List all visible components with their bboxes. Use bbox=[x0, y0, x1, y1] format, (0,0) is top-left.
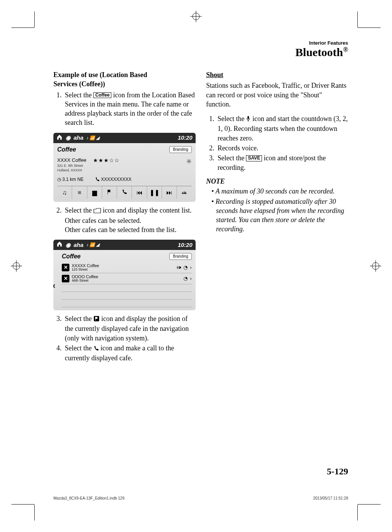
loading-icon: ✳ bbox=[186, 157, 192, 173]
page-number: 5-129 bbox=[327, 466, 348, 477]
right-step-1: Select the icon and start the countdown … bbox=[216, 114, 349, 143]
list-item-empty bbox=[62, 300, 192, 307]
list-item[interactable]: ✕ OOOO Coffee 46th Street ◔ › bbox=[62, 273, 192, 284]
list-item-empty bbox=[62, 284, 192, 292]
coffee-icon: Coffee bbox=[93, 92, 111, 98]
ss2-title: Coffee bbox=[62, 252, 81, 261]
note-item-2: Recording is stopped automatically after… bbox=[212, 197, 349, 234]
aha-list-screenshot: ◉ aha ♪ 📶 ◢ 10:20 ‹ Coffee Branding ✕ bbox=[53, 240, 196, 310]
crop-mark bbox=[358, 504, 381, 505]
crop-mark bbox=[357, 11, 358, 27]
right-steps: Select the icon and start the countdown … bbox=[213, 114, 349, 172]
phone-icon[interactable] bbox=[117, 186, 132, 199]
crop-mark bbox=[11, 504, 34, 505]
cafe-list: ✕ XXXXX Coffee 123 Street 🕪 ◔ › bbox=[62, 262, 192, 307]
footer: Mazda3_8CX9-EA-13F_Edition1.indb 129 201… bbox=[53, 496, 348, 500]
ss1-body: Coffee Branding XXXX Coffee 321 E. 8th S… bbox=[53, 143, 196, 202]
right-step-3: Select the SAVE icon and store/post the … bbox=[216, 153, 349, 172]
aha-logo-icon: ◉ bbox=[66, 241, 71, 249]
footer-file: Mazda3_8CX9-EA-13F_Edition1.indb 129 bbox=[53, 496, 124, 500]
ss1-title: Coffee bbox=[57, 145, 76, 154]
registration-mark bbox=[11, 260, 22, 272]
clock-icon: ◔ bbox=[183, 264, 188, 271]
microphone-icon bbox=[246, 115, 251, 124]
shout-heading: Shout bbox=[206, 70, 349, 79]
crop-mark bbox=[357, 505, 358, 521]
branding-button[interactable]: Branding bbox=[169, 253, 191, 260]
phone-label: XXXXXXXXXX bbox=[95, 176, 131, 182]
status-icons: ♪ 📶 ◢ bbox=[87, 135, 100, 141]
list-icon[interactable]: ≡ bbox=[72, 186, 87, 199]
left-column: Example of use (Location Based Services … bbox=[53, 70, 196, 363]
registration-mark bbox=[190, 11, 202, 22]
speaker-icon: 🕪 bbox=[176, 264, 181, 271]
cafe-info: XXXX Coffee 321 E. 8th Street Holland, X… bbox=[57, 157, 86, 173]
shout-body: Stations such as Facebook, Traffic, or D… bbox=[206, 81, 349, 109]
status-icons: ♪ 📶 ◢ bbox=[87, 242, 100, 248]
note-heading: NOTE bbox=[206, 177, 349, 186]
chevron-right-icon: › bbox=[190, 275, 191, 282]
left-steps-3: Select the icon and display the position… bbox=[60, 314, 196, 363]
left-steps-1: Select the Coffee icon from the Location… bbox=[60, 90, 196, 127]
distance-label: ◷ 3.1 km NE bbox=[57, 176, 84, 182]
ss1-app-label: aha bbox=[74, 134, 84, 142]
pause-icon[interactable]: ❚❚ bbox=[147, 186, 162, 199]
chevron-right-icon: › bbox=[190, 264, 191, 271]
item-x-icon: ✕ bbox=[62, 264, 69, 271]
crop-mark bbox=[358, 27, 381, 28]
ss2-clock: 10:20 bbox=[178, 241, 192, 249]
folder-icon[interactable]: ▆ bbox=[87, 186, 102, 199]
right-column: Shout Stations such as Facebook, Traffic… bbox=[206, 70, 349, 363]
left-step-1: Select the Coffee icon from the Location… bbox=[63, 90, 196, 127]
note-list: A maximum of 30 seconds can be recorded.… bbox=[212, 187, 349, 234]
ss1-toolbar: ♫ ≡ ▆ ⏮ ❚❚ ⏭ bbox=[57, 186, 192, 199]
clock-icon: ◔ bbox=[183, 275, 188, 282]
header-title: Bluetooth® bbox=[53, 46, 348, 59]
compass-icon: ◷ bbox=[57, 177, 61, 182]
page-content: Interior Features Bluetooth® Example of … bbox=[53, 40, 348, 492]
example-heading: Example of use (Location Based Services … bbox=[53, 70, 196, 89]
ss2-statusbar: ◉ aha ♪ 📶 ◢ 10:20 bbox=[53, 240, 196, 250]
list-item-empty bbox=[62, 292, 192, 300]
ss1-clock: 10:20 bbox=[178, 134, 192, 142]
ss2-app-label: aha bbox=[74, 241, 84, 249]
left-step-4: Select the icon and make a call to the c… bbox=[63, 343, 196, 363]
crop-mark bbox=[34, 11, 35, 27]
home-icon bbox=[56, 241, 63, 249]
star-rating-icon: ★★★☆☆ bbox=[93, 157, 120, 173]
left-steps-2: Select the icon and display the content … bbox=[60, 206, 196, 234]
crop-mark bbox=[34, 505, 35, 521]
music-note-icon[interactable]: ♫ bbox=[57, 186, 72, 199]
aha-playback-screenshot: ◉ aha ♪ 📶 ◢ 10:20 Coffee Branding XXXX C… bbox=[53, 133, 196, 202]
equalizer-icon[interactable] bbox=[177, 186, 191, 199]
header-category: Interior Features bbox=[53, 40, 348, 46]
branding-button[interactable]: Branding bbox=[169, 146, 191, 153]
right-step-2: Records voice. bbox=[216, 143, 349, 153]
left-step-3: Select the icon and display the position… bbox=[63, 314, 196, 343]
phone-icon bbox=[93, 344, 99, 353]
save-icon: SAVE bbox=[246, 155, 262, 161]
ss2-body: ‹ Coffee Branding ✕ XXXXX Coffee 123 Str… bbox=[53, 250, 196, 310]
next-track-icon[interactable]: ⏭ bbox=[162, 186, 177, 199]
nav-flag-icon bbox=[93, 315, 100, 324]
left-step-2: Select the icon and display the content … bbox=[63, 206, 196, 234]
column-layout: Example of use (Location Based Services … bbox=[53, 70, 348, 363]
registration-mark bbox=[370, 260, 381, 272]
svg-rect-10 bbox=[247, 116, 249, 119]
home-icon bbox=[56, 134, 63, 142]
folder-icon bbox=[93, 206, 101, 216]
nav-flag-icon[interactable] bbox=[102, 186, 117, 199]
note-item-1: A maximum of 30 seconds can be recorded. bbox=[212, 187, 349, 196]
prev-track-icon[interactable]: ⏮ bbox=[132, 186, 147, 199]
footer-timestamp: 2013/05/17 11:51:28 bbox=[313, 496, 348, 500]
item-x-icon: ✕ bbox=[62, 275, 69, 282]
page-header: Interior Features Bluetooth® bbox=[53, 40, 348, 59]
list-item[interactable]: ✕ XXXXX Coffee 123 Street 🕪 ◔ › bbox=[62, 262, 192, 273]
aha-logo-icon: ◉ bbox=[66, 134, 71, 142]
back-icon[interactable]: ‹ bbox=[53, 280, 55, 292]
ss1-statusbar: ◉ aha ♪ 📶 ◢ 10:20 bbox=[53, 133, 196, 143]
crop-mark bbox=[11, 27, 34, 28]
